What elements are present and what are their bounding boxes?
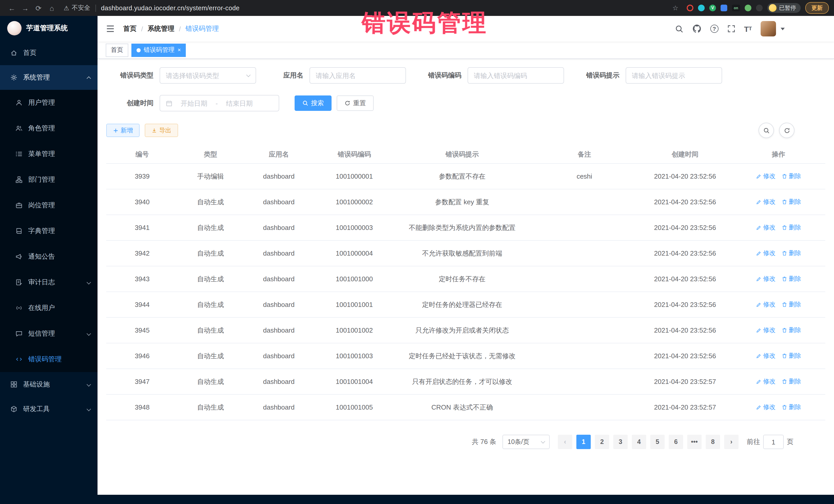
edit-link[interactable]: 修改 bbox=[756, 403, 775, 412]
sidebar-item-notice-mgmt[interactable]: 通知公告 bbox=[0, 244, 97, 269]
search-button[interactable]: 搜索 bbox=[294, 95, 332, 111]
reset-button[interactable]: 重置 bbox=[337, 95, 374, 111]
page-button[interactable]: 1 bbox=[576, 435, 591, 449]
sidebar-item-audit-log[interactable]: 审计日志 bbox=[0, 269, 97, 295]
extension-icon-4[interactable] bbox=[721, 5, 727, 11]
refresh-table-button[interactable] bbox=[779, 123, 794, 138]
delete-link[interactable]: 删除 bbox=[782, 198, 801, 206]
edit-link[interactable]: 修改 bbox=[756, 300, 775, 309]
page-button[interactable]: 3 bbox=[613, 435, 628, 449]
tab-error-code[interactable]: 错误码管理 × bbox=[131, 43, 186, 57]
page-button[interactable]: ••• bbox=[687, 435, 702, 449]
browser-home-icon[interactable]: ⌂ bbox=[45, 4, 59, 12]
page-button[interactable]: 8 bbox=[706, 435, 720, 449]
delete-link[interactable]: 删除 bbox=[782, 300, 801, 309]
pencil-icon bbox=[756, 353, 762, 359]
main-area: 首页 / 系统管理 / 错误码管理 ? bbox=[97, 16, 834, 504]
toggle-search-button[interactable] bbox=[759, 123, 774, 138]
sidebar-item-error-code-mgmt[interactable]: 错误码管理 bbox=[0, 346, 97, 372]
gear-icon bbox=[10, 74, 18, 81]
date-range-picker[interactable]: - bbox=[160, 95, 279, 111]
edit-link[interactable]: 修改 bbox=[756, 377, 775, 386]
add-button[interactable]: 新增 bbox=[106, 124, 139, 137]
url-text[interactable]: dashboard.yudao.iocoder.cn/system/error-… bbox=[101, 4, 240, 12]
sidebar-item-dict-mgmt[interactable]: 字典管理 bbox=[0, 218, 97, 244]
close-icon[interactable]: × bbox=[178, 47, 181, 53]
export-button[interactable]: 导出 bbox=[145, 124, 178, 137]
search-icon bbox=[302, 100, 308, 106]
reload-icon[interactable]: ⟳ bbox=[32, 4, 45, 12]
page-size-select[interactable]: 10条/页 bbox=[502, 435, 550, 449]
github-icon[interactable] bbox=[692, 24, 701, 34]
sidebar-item-post-mgmt[interactable]: 岗位管理 bbox=[0, 193, 97, 218]
pencil-icon bbox=[756, 302, 762, 307]
page-button[interactable]: 5 bbox=[650, 435, 665, 449]
code-icon bbox=[15, 356, 23, 363]
extension-icon-7[interactable] bbox=[756, 5, 763, 11]
extension-icon-5[interactable]: on bbox=[732, 5, 740, 11]
sidebar-item-menu-mgmt[interactable]: 菜单管理 bbox=[0, 141, 97, 167]
delete-link[interactable]: 删除 bbox=[782, 223, 801, 232]
sidebar-item-user-mgmt[interactable]: 用户管理 bbox=[0, 90, 97, 115]
cell-time: 2021-04-20 23:52:56 bbox=[638, 198, 731, 206]
delete-link[interactable]: 删除 bbox=[782, 172, 801, 181]
sidebar-item-online-users[interactable]: 在线用户 bbox=[0, 295, 97, 321]
page-button[interactable]: 6 bbox=[669, 435, 683, 449]
sidebar-item-infra[interactable]: 基础设施 bbox=[0, 372, 97, 397]
delete-link[interactable]: 删除 bbox=[782, 352, 801, 360]
edit-link[interactable]: 修改 bbox=[756, 198, 775, 206]
edit-link[interactable]: 修改 bbox=[756, 249, 775, 258]
delete-link[interactable]: 删除 bbox=[782, 275, 801, 283]
back-icon[interactable]: ← bbox=[5, 4, 19, 12]
edit-link[interactable]: 修改 bbox=[756, 223, 775, 232]
forward-icon[interactable]: → bbox=[19, 4, 32, 12]
error-code-input[interactable] bbox=[467, 67, 564, 84]
bookmark-star-icon[interactable]: ☆ bbox=[669, 4, 682, 12]
font-size-icon[interactable]: TT bbox=[744, 25, 752, 32]
extension-icon-2[interactable] bbox=[698, 5, 705, 11]
edit-link[interactable]: 修改 bbox=[756, 275, 775, 283]
sidebar-item-dept-mgmt[interactable]: 部门管理 bbox=[0, 167, 97, 193]
extension-icon-1[interactable] bbox=[687, 5, 694, 11]
home-icon bbox=[10, 49, 18, 57]
sidebar-item-role-mgmt[interactable]: 角色管理 bbox=[0, 115, 97, 141]
browser-update-button[interactable]: 更新 bbox=[805, 2, 829, 14]
table-row: 3941 自动生成 dashboard 1001000003 不能删除类型为系统… bbox=[106, 215, 825, 241]
page-button[interactable]: 2 bbox=[595, 435, 609, 449]
error-type-select[interactable] bbox=[160, 67, 256, 84]
table-row: 3946 自动生成 dashboard 1001001003 定时任务已经处于该… bbox=[106, 343, 825, 369]
sidebar-item-home[interactable]: 首页 bbox=[0, 41, 97, 65]
extension-icon-3[interactable]: V bbox=[709, 5, 716, 11]
delete-link[interactable]: 删除 bbox=[782, 403, 801, 412]
sidebar-item-devtools[interactable]: 研发工具 bbox=[0, 397, 97, 421]
help-icon[interactable]: ? bbox=[710, 25, 718, 33]
delete-link[interactable]: 删除 bbox=[782, 326, 801, 335]
delete-link[interactable]: 删除 bbox=[782, 249, 801, 258]
extension-icon-6[interactable] bbox=[745, 5, 751, 11]
edit-link[interactable]: 修改 bbox=[756, 172, 775, 181]
pencil-icon bbox=[756, 276, 762, 282]
app-name-input[interactable] bbox=[309, 67, 406, 84]
fullscreen-icon[interactable] bbox=[727, 25, 735, 33]
megaphone-icon bbox=[15, 253, 23, 260]
sidebar-item-sms-mgmt[interactable]: 短信管理 bbox=[0, 321, 97, 346]
avatar[interactable] bbox=[761, 21, 776, 37]
breadcrumb-system[interactable]: 系统管理 bbox=[148, 24, 174, 34]
sidebar-item-system[interactable]: 系统管理 bbox=[0, 65, 97, 90]
hamburger-icon[interactable] bbox=[106, 24, 115, 34]
goto-page-input[interactable] bbox=[763, 435, 784, 449]
delete-link[interactable]: 删除 bbox=[782, 377, 801, 386]
tab-home[interactable]: 首页 bbox=[106, 43, 128, 57]
edit-link[interactable]: 修改 bbox=[756, 326, 775, 335]
search-icon[interactable] bbox=[675, 24, 683, 33]
trash-icon bbox=[782, 302, 787, 307]
edit-link[interactable]: 修改 bbox=[756, 352, 775, 360]
security-chip[interactable]: ⚠ 不安全 bbox=[64, 4, 90, 12]
error-hint-input[interactable] bbox=[626, 67, 722, 84]
profile-paused-badge[interactable]: 已暂停 bbox=[767, 3, 800, 13]
breadcrumb-home[interactable]: 首页 bbox=[123, 24, 136, 34]
prev-page-button[interactable]: ‹ bbox=[558, 435, 572, 449]
page-button[interactable]: 4 bbox=[632, 435, 646, 449]
next-page-button[interactable]: › bbox=[724, 435, 739, 449]
filter-code: 错误码编码 bbox=[421, 67, 564, 84]
